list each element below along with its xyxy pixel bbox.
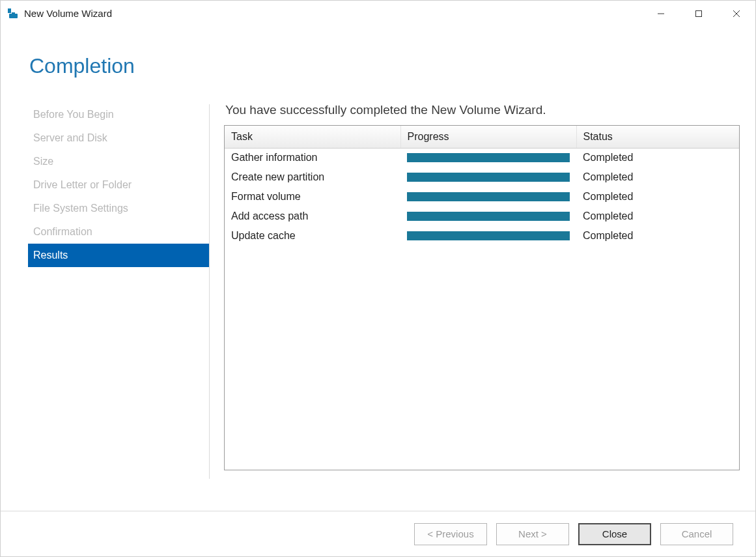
titlebar: New Volume Wizard — [1, 1, 755, 27]
previous-button[interactable]: < Previous — [414, 523, 487, 545]
content-area: Completion Before You BeginServer and Di… — [1, 27, 755, 511]
table-row[interactable]: Add access pathCompleted — [225, 207, 739, 226]
minimize-button[interactable] — [642, 1, 680, 27]
task-cell: Update cache — [225, 226, 400, 246]
col-header-progress[interactable]: Progress — [400, 126, 576, 148]
task-cell: Gather information — [225, 148, 400, 167]
table-row[interactable]: Update cacheCompleted — [225, 226, 739, 246]
wizard-steps-sidebar: Before You BeginServer and DiskSizeDrive… — [16, 103, 209, 511]
progress-cell — [400, 226, 576, 246]
wizard-step[interactable]: Results — [28, 244, 209, 267]
progress-cell — [400, 148, 576, 167]
col-header-task[interactable]: Task — [225, 126, 400, 148]
success-message: You have successfully completed the New … — [225, 103, 740, 117]
svg-rect-1 — [9, 14, 18, 18]
svg-rect-0 — [8, 8, 11, 13]
app-icon — [7, 8, 19, 20]
table-row[interactable]: Create new partitionCompleted — [225, 167, 739, 187]
task-cell: Add access path — [225, 207, 400, 226]
table-header-row: Task Progress Status — [225, 126, 739, 148]
close-button[interactable]: Close — [578, 523, 651, 545]
svg-rect-4 — [696, 10, 702, 16]
progress-bar — [407, 212, 570, 221]
status-cell: Completed — [576, 187, 739, 207]
cancel-button[interactable]: Cancel — [660, 523, 733, 545]
wizard-step[interactable]: Before You Begin — [28, 103, 209, 126]
body-row: Before You BeginServer and DiskSizeDrive… — [16, 103, 740, 511]
wizard-step[interactable]: Drive Letter or Folder — [28, 173, 209, 197]
progress-bar — [407, 173, 570, 182]
progress-bar — [407, 231, 570, 240]
wizard-step[interactable]: Confirmation — [28, 220, 209, 244]
table-row[interactable]: Format volumeCompleted — [225, 187, 739, 207]
col-header-status[interactable]: Status — [576, 126, 739, 148]
progress-cell — [400, 187, 576, 207]
wizard-step[interactable]: Size — [28, 150, 209, 173]
status-cell: Completed — [576, 207, 739, 226]
progress-cell — [400, 207, 576, 226]
footer-buttons: < Previous Next > Close Cancel — [1, 511, 755, 556]
window-controls — [642, 1, 755, 27]
task-cell: Format volume — [225, 187, 400, 207]
main-panel: You have successfully completed the New … — [210, 103, 740, 511]
task-cell: Create new partition — [225, 167, 400, 187]
svg-rect-2 — [12, 12, 15, 14]
close-window-button[interactable] — [718, 1, 755, 27]
progress-bar — [407, 153, 570, 162]
page-heading: Completion — [29, 54, 740, 78]
status-cell: Completed — [576, 148, 739, 167]
wizard-window: New Volume Wizard Completion Before You … — [0, 0, 756, 557]
results-table: Task Progress Status Gather informationC… — [225, 126, 739, 246]
window-title: New Volume Wizard — [24, 8, 112, 19]
next-button[interactable]: Next > — [496, 523, 569, 545]
wizard-step[interactable]: File System Settings — [28, 197, 209, 220]
status-cell: Completed — [576, 226, 739, 246]
progress-bar — [407, 192, 570, 201]
wizard-step[interactable]: Server and Disk — [28, 126, 209, 150]
progress-cell — [400, 167, 576, 187]
maximize-button[interactable] — [680, 1, 718, 27]
table-row[interactable]: Gather informationCompleted — [225, 148, 739, 167]
status-cell: Completed — [576, 167, 739, 187]
results-table-container: Task Progress Status Gather informationC… — [224, 125, 740, 470]
